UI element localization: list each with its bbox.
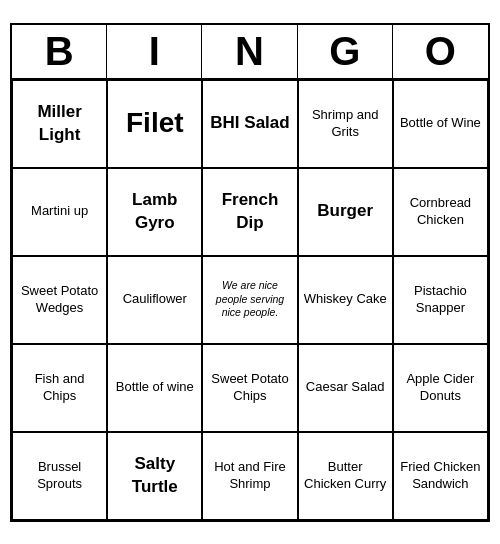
bingo-card: BINGO Miller LightFiletBHI SaladShrimp a… [10,23,490,522]
bingo-cell-15: Fish and Chips [12,344,107,432]
cell-text-14: Pistachio Snapper [398,283,483,317]
bingo-cell-14: Pistachio Snapper [393,256,488,344]
bingo-cell-10: Sweet Potato Wedges [12,256,107,344]
cell-text-7: French Dip [207,189,292,233]
bingo-cell-12: We are nice people serving nice people. [202,256,297,344]
cell-text-4: Bottle of Wine [400,115,481,132]
cell-text-3: Shrimp and Grits [303,107,388,141]
cell-text-23: Butter Chicken Curry [303,459,388,493]
cell-text-13: Whiskey Cake [304,291,387,308]
cell-text-19: Apple Cider Donuts [398,371,483,405]
bingo-cell-18: Caesar Salad [298,344,393,432]
cell-text-17: Sweet Potato Chips [207,371,292,405]
bingo-cell-5: Martini up [12,168,107,256]
cell-text-5: Martini up [31,203,88,220]
cell-text-21: Salty Turtle [112,453,197,497]
bingo-cell-16: Bottle of wine [107,344,202,432]
header-letter-n: N [202,25,297,78]
cell-text-10: Sweet Potato Wedges [17,283,102,317]
bingo-grid: Miller LightFiletBHI SaladShrimp and Gri… [12,80,488,520]
header-letter-o: O [393,25,488,78]
bingo-cell-4: Bottle of Wine [393,80,488,168]
cell-text-20: Brussel Sprouts [17,459,102,493]
bingo-cell-20: Brussel Sprouts [12,432,107,520]
cell-text-12: We are nice people serving nice people. [207,279,292,320]
cell-text-18: Caesar Salad [306,379,385,396]
header-letter-g: G [298,25,393,78]
bingo-cell-19: Apple Cider Donuts [393,344,488,432]
cell-text-6: Lamb Gyro [112,189,197,233]
cell-text-22: Hot and Fire Shrimp [207,459,292,493]
bingo-cell-2: BHI Salad [202,80,297,168]
bingo-cell-7: French Dip [202,168,297,256]
cell-text-11: Cauliflower [123,291,187,308]
bingo-cell-11: Cauliflower [107,256,202,344]
cell-text-16: Bottle of wine [116,379,194,396]
cell-text-0: Miller Light [17,101,102,145]
header-letter-b: B [12,25,107,78]
bingo-header: BINGO [12,25,488,80]
bingo-cell-22: Hot and Fire Shrimp [202,432,297,520]
cell-text-2: BHI Salad [210,112,289,134]
bingo-cell-1: Filet [107,80,202,168]
cell-text-8: Burger [317,200,373,222]
bingo-cell-13: Whiskey Cake [298,256,393,344]
cell-text-15: Fish and Chips [17,371,102,405]
bingo-cell-23: Butter Chicken Curry [298,432,393,520]
bingo-cell-0: Miller Light [12,80,107,168]
bingo-cell-21: Salty Turtle [107,432,202,520]
cell-text-9: Cornbread Chicken [398,195,483,229]
cell-text-1: Filet [126,105,184,141]
bingo-cell-6: Lamb Gyro [107,168,202,256]
bingo-cell-8: Burger [298,168,393,256]
bingo-cell-3: Shrimp and Grits [298,80,393,168]
bingo-cell-24: Fried Chicken Sandwich [393,432,488,520]
bingo-cell-9: Cornbread Chicken [393,168,488,256]
header-letter-i: I [107,25,202,78]
bingo-cell-17: Sweet Potato Chips [202,344,297,432]
cell-text-24: Fried Chicken Sandwich [398,459,483,493]
